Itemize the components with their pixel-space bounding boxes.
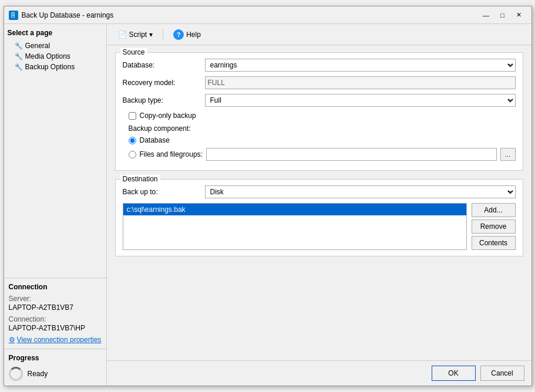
sidebar-label-general: General [25, 42, 51, 50]
help-label: Help [186, 31, 201, 39]
database-label: Database: [123, 61, 205, 69]
title-bar-controls: — □ ✕ [479, 9, 527, 21]
sidebar-section-title: Select a page [8, 29, 103, 37]
copy-only-checkbox[interactable] [129, 112, 136, 120]
connection-title: Connection [9, 283, 102, 291]
minimize-button[interactable]: — [479, 9, 494, 21]
script-button[interactable]: 📄 Script ▾ [113, 28, 159, 41]
bottom-bar: OK Cancel [107, 360, 531, 386]
cancel-button[interactable]: Cancel [480, 366, 524, 381]
database-radio-row: Database [129, 136, 516, 144]
connection-icon: ⚙ [9, 336, 15, 344]
dest-list-item[interactable]: c:\sql\earnings.bak [123, 204, 466, 215]
contents-button[interactable]: Contents [472, 236, 516, 250]
database-row: Database: earnings [123, 59, 516, 72]
server-label: Server: [9, 295, 102, 303]
script-label: Script [129, 31, 147, 39]
files-radio-label: Files and filegroups: [140, 150, 203, 158]
wrench-icon-backup: 🔧 [15, 63, 23, 71]
copy-only-label: Copy-only backup [140, 111, 196, 120]
backup-type-row: Backup type: Full Differential Transacti… [123, 94, 516, 107]
content-area: Source Database: earnings Recovery model… [107, 45, 531, 360]
backup-component-label: Backup component: [129, 124, 516, 133]
add-button[interactable]: Add... [472, 203, 516, 217]
progress-row: Ready [9, 367, 102, 381]
database-radio[interactable] [129, 137, 136, 144]
help-icon: ? [173, 29, 184, 40]
view-connection-link[interactable]: ⚙ View connection properties [9, 336, 102, 344]
sidebar-label-media: Media Options [25, 52, 70, 60]
window-title: Back Up Database - earnings [22, 11, 114, 19]
close-button[interactable]: ✕ [512, 9, 527, 21]
title-bar-left: 🗄 Back Up Database - earnings [9, 11, 114, 20]
sidebar-label-backup: Backup Options [25, 63, 75, 71]
window-icon: 🗄 [9, 11, 18, 20]
destination-list[interactable]: c:\sql\earnings.bak [123, 203, 467, 250]
ok-button[interactable]: OK [432, 366, 476, 381]
dest-buttons: Add... Remove Contents [472, 203, 516, 250]
database-select[interactable]: earnings [205, 59, 516, 72]
files-radio[interactable] [129, 151, 136, 158]
view-connection-label: View connection properties [17, 336, 102, 344]
backup-type-label: Backup type: [123, 96, 205, 104]
sidebar-item-general[interactable]: 🔧 General [8, 40, 103, 51]
title-bar: 🗄 Back Up Database - earnings — □ ✕ [4, 6, 531, 24]
main-window: 🗄 Back Up Database - earnings — □ ✕ Sele… [4, 6, 532, 386]
files-radio-row: Files and filegroups: … [129, 148, 516, 161]
copy-only-row: Copy-only backup [129, 111, 516, 120]
script-icon: 📄 [118, 31, 127, 39]
connection-section: Connection Server: LAPTOP-A2TB1VB7 Conne… [4, 278, 106, 349]
source-label: Source [120, 48, 147, 56]
recovery-input [205, 76, 516, 89]
wrench-icon-media: 🔧 [15, 53, 23, 60]
toolbar-divider [163, 29, 163, 40]
help-button[interactable]: ? Help [168, 27, 206, 42]
connection-value: LAPTOP-A2TB1VB7\HP [9, 324, 102, 332]
backup-type-select[interactable]: Full Differential Transaction Log [205, 94, 516, 107]
backup-type-select-wrapper: Full Differential Transaction Log [205, 94, 516, 107]
progress-spinner [9, 367, 23, 381]
files-input[interactable] [206, 148, 497, 161]
destination-list-area: c:\sql\earnings.bak Add... Remove Conten… [123, 203, 516, 250]
backup-to-select-wrapper: Disk URL [205, 185, 516, 198]
source-section: Source Database: earnings Recovery model… [115, 52, 523, 171]
recovery-label: Recovery model: [123, 79, 205, 87]
progress-status: Ready [28, 370, 48, 378]
destination-section: Destination Back up to: Disk URL c:\sq [115, 179, 523, 256]
maximize-button[interactable]: □ [495, 9, 510, 21]
files-browse-button[interactable]: … [500, 148, 516, 161]
remove-button[interactable]: Remove [472, 219, 516, 234]
chevron-down-icon: ▾ [149, 31, 153, 39]
connection-label: Connection: [9, 315, 102, 323]
toolbar: 📄 Script ▾ ? Help [107, 24, 531, 45]
progress-section: Progress Ready [4, 349, 106, 386]
sidebar: Select a page 🔧 General 🔧 Media Options … [4, 24, 107, 386]
database-select-wrapper: earnings [205, 59, 516, 72]
recovery-row: Recovery model: [123, 76, 516, 89]
backup-to-select[interactable]: Disk URL [205, 185, 516, 198]
right-panel: 📄 Script ▾ ? Help Source Database: [107, 24, 531, 386]
sidebar-item-media-options[interactable]: 🔧 Media Options [8, 51, 103, 62]
database-radio-label: Database [140, 136, 170, 144]
wrench-icon-general: 🔧 [15, 42, 23, 50]
main-content: Select a page 🔧 General 🔧 Media Options … [4, 24, 531, 386]
backup-to-row: Back up to: Disk URL [123, 185, 516, 198]
destination-label: Destination [120, 175, 160, 183]
sidebar-section: Select a page 🔧 General 🔧 Media Options … [4, 24, 106, 75]
sidebar-item-backup-options[interactable]: 🔧 Backup Options [8, 62, 103, 72]
progress-title: Progress [9, 354, 102, 362]
server-value: LAPTOP-A2TB1VB7 [9, 303, 102, 312]
backup-to-label: Back up to: [123, 188, 205, 196]
